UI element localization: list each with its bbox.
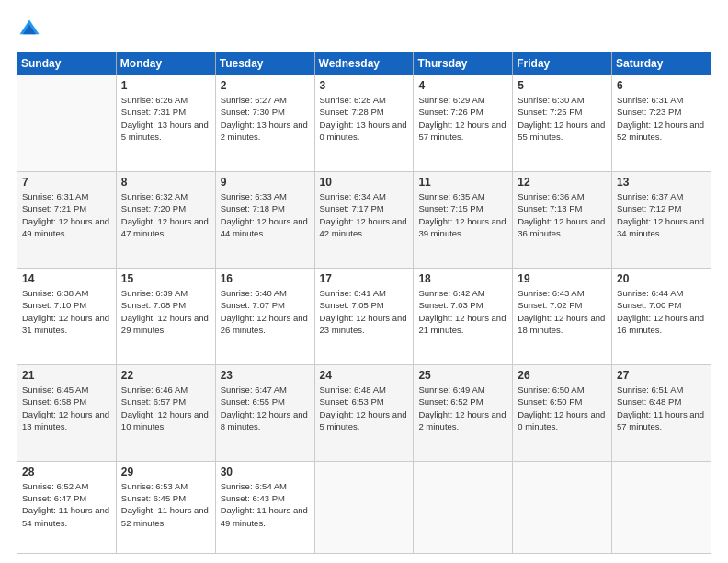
day-info: Sunrise: 6:42 AMSunset: 7:03 PMDaylight:… xyxy=(418,287,507,336)
calendar-cell: 11Sunrise: 6:35 AMSunset: 7:15 PMDayligh… xyxy=(414,171,513,268)
day-info: Sunrise: 6:52 AMSunset: 6:47 PMDaylight:… xyxy=(22,480,111,529)
weekday-header-friday: Friday xyxy=(513,52,612,75)
calendar-cell xyxy=(314,461,414,553)
day-info: Sunrise: 6:45 AMSunset: 6:58 PMDaylight:… xyxy=(22,384,111,432)
calendar-cell: 1Sunrise: 6:26 AMSunset: 7:31 PMDaylight… xyxy=(116,75,215,172)
logo xyxy=(17,17,46,42)
day-info: Sunrise: 6:49 AMSunset: 6:52 PMDaylight:… xyxy=(418,384,507,432)
day-number: 6 xyxy=(617,79,706,92)
day-info: Sunrise: 6:28 AMSunset: 7:28 PMDaylight:… xyxy=(320,94,409,143)
calendar-week-row: 14Sunrise: 6:38 AMSunset: 7:10 PMDayligh… xyxy=(17,268,711,364)
day-number: 10 xyxy=(320,176,409,189)
page: SundayMondayTuesdayWednesdayThursdayFrid… xyxy=(0,0,728,563)
calendar-cell: 25Sunrise: 6:49 AMSunset: 6:52 PMDayligh… xyxy=(414,364,513,461)
weekday-header-monday: Monday xyxy=(116,52,215,75)
calendar-cell: 15Sunrise: 6:39 AMSunset: 7:08 PMDayligh… xyxy=(116,268,215,364)
weekday-header-row: SundayMondayTuesdayWednesdayThursdayFrid… xyxy=(17,52,711,75)
day-info: Sunrise: 6:39 AMSunset: 7:08 PMDaylight:… xyxy=(121,287,210,336)
day-number: 29 xyxy=(121,465,210,478)
calendar-week-row: 28Sunrise: 6:52 AMSunset: 6:47 PMDayligh… xyxy=(17,461,711,553)
weekday-header-tuesday: Tuesday xyxy=(215,52,314,75)
day-number: 2 xyxy=(221,79,310,92)
day-number: 28 xyxy=(22,465,111,478)
day-number: 9 xyxy=(221,176,310,189)
calendar-cell xyxy=(513,461,612,553)
calendar-cell: 8Sunrise: 6:32 AMSunset: 7:20 PMDaylight… xyxy=(116,171,215,268)
calendar-table: SundayMondayTuesdayWednesdayThursdayFrid… xyxy=(17,52,711,554)
day-number: 4 xyxy=(418,79,507,92)
day-number: 23 xyxy=(221,369,310,382)
day-info: Sunrise: 6:27 AMSunset: 7:30 PMDaylight:… xyxy=(221,94,310,143)
day-info: Sunrise: 6:47 AMSunset: 6:55 PMDaylight:… xyxy=(221,384,310,432)
calendar-cell: 28Sunrise: 6:52 AMSunset: 6:47 PMDayligh… xyxy=(17,461,117,553)
calendar-cell: 27Sunrise: 6:51 AMSunset: 6:48 PMDayligh… xyxy=(612,364,711,461)
day-info: Sunrise: 6:50 AMSunset: 6:50 PMDaylight:… xyxy=(518,384,607,432)
calendar-cell xyxy=(612,461,711,553)
day-info: Sunrise: 6:44 AMSunset: 7:00 PMDaylight:… xyxy=(617,287,706,336)
calendar-cell xyxy=(414,461,513,553)
day-number: 3 xyxy=(320,79,409,92)
calendar-cell: 29Sunrise: 6:53 AMSunset: 6:45 PMDayligh… xyxy=(116,461,215,553)
day-info: Sunrise: 6:46 AMSunset: 6:57 PMDaylight:… xyxy=(121,384,210,432)
calendar-week-row: 1Sunrise: 6:26 AMSunset: 7:31 PMDaylight… xyxy=(17,75,711,172)
day-number: 11 xyxy=(418,176,507,189)
calendar-cell: 30Sunrise: 6:54 AMSunset: 6:43 PMDayligh… xyxy=(215,461,314,553)
day-info: Sunrise: 6:54 AMSunset: 6:43 PMDaylight:… xyxy=(221,480,310,529)
day-number: 12 xyxy=(518,176,607,189)
calendar-week-row: 21Sunrise: 6:45 AMSunset: 6:58 PMDayligh… xyxy=(17,364,711,461)
day-number: 27 xyxy=(617,369,706,382)
calendar-cell: 10Sunrise: 6:34 AMSunset: 7:17 PMDayligh… xyxy=(314,171,414,268)
day-info: Sunrise: 6:34 AMSunset: 7:17 PMDaylight:… xyxy=(320,190,409,239)
weekday-header-saturday: Saturday xyxy=(612,52,711,75)
calendar-cell: 4Sunrise: 6:29 AMSunset: 7:26 PMDaylight… xyxy=(414,75,513,172)
day-info: Sunrise: 6:31 AMSunset: 7:21 PMDaylight:… xyxy=(22,190,111,239)
day-number: 22 xyxy=(121,369,210,382)
calendar-cell: 9Sunrise: 6:33 AMSunset: 7:18 PMDaylight… xyxy=(215,171,314,268)
day-info: Sunrise: 6:53 AMSunset: 6:45 PMDaylight:… xyxy=(121,480,210,529)
calendar-cell: 5Sunrise: 6:30 AMSunset: 7:25 PMDaylight… xyxy=(513,75,612,172)
weekday-header-wednesday: Wednesday xyxy=(314,52,414,75)
calendar-cell: 7Sunrise: 6:31 AMSunset: 7:21 PMDaylight… xyxy=(17,171,117,268)
calendar-cell: 2Sunrise: 6:27 AMSunset: 7:30 PMDaylight… xyxy=(215,75,314,172)
logo-icon xyxy=(17,17,42,42)
calendar-week-row: 7Sunrise: 6:31 AMSunset: 7:21 PMDaylight… xyxy=(17,171,711,268)
day-info: Sunrise: 6:26 AMSunset: 7:31 PMDaylight:… xyxy=(121,94,210,143)
calendar-cell: 16Sunrise: 6:40 AMSunset: 7:07 PMDayligh… xyxy=(215,268,314,364)
calendar-cell: 17Sunrise: 6:41 AMSunset: 7:05 PMDayligh… xyxy=(314,268,414,364)
day-number: 14 xyxy=(22,272,111,285)
weekday-header-sunday: Sunday xyxy=(17,52,117,75)
day-info: Sunrise: 6:40 AMSunset: 7:07 PMDaylight:… xyxy=(221,287,310,336)
day-number: 13 xyxy=(617,176,706,189)
day-info: Sunrise: 6:43 AMSunset: 7:02 PMDaylight:… xyxy=(518,287,607,336)
day-info: Sunrise: 6:35 AMSunset: 7:15 PMDaylight:… xyxy=(418,190,507,239)
calendar-cell xyxy=(17,75,117,172)
day-info: Sunrise: 6:36 AMSunset: 7:13 PMDaylight:… xyxy=(518,190,607,239)
day-number: 18 xyxy=(418,272,507,285)
calendar-cell: 13Sunrise: 6:37 AMSunset: 7:12 PMDayligh… xyxy=(612,171,711,268)
day-number: 7 xyxy=(22,176,111,189)
calendar-cell: 24Sunrise: 6:48 AMSunset: 6:53 PMDayligh… xyxy=(314,364,414,461)
day-info: Sunrise: 6:31 AMSunset: 7:23 PMDaylight:… xyxy=(617,94,706,143)
day-number: 1 xyxy=(121,79,210,92)
calendar-cell: 26Sunrise: 6:50 AMSunset: 6:50 PMDayligh… xyxy=(513,364,612,461)
calendar-cell: 3Sunrise: 6:28 AMSunset: 7:28 PMDaylight… xyxy=(314,75,414,172)
day-info: Sunrise: 6:33 AMSunset: 7:18 PMDaylight:… xyxy=(221,190,310,239)
calendar-cell: 12Sunrise: 6:36 AMSunset: 7:13 PMDayligh… xyxy=(513,171,612,268)
day-number: 17 xyxy=(320,272,409,285)
calendar-cell: 19Sunrise: 6:43 AMSunset: 7:02 PMDayligh… xyxy=(513,268,612,364)
calendar-cell: 20Sunrise: 6:44 AMSunset: 7:00 PMDayligh… xyxy=(612,268,711,364)
day-info: Sunrise: 6:48 AMSunset: 6:53 PMDaylight:… xyxy=(320,384,409,432)
day-number: 15 xyxy=(121,272,210,285)
header xyxy=(17,17,711,42)
day-info: Sunrise: 6:37 AMSunset: 7:12 PMDaylight:… xyxy=(617,190,706,239)
calendar-cell: 6Sunrise: 6:31 AMSunset: 7:23 PMDaylight… xyxy=(612,75,711,172)
day-number: 16 xyxy=(221,272,310,285)
calendar-cell: 22Sunrise: 6:46 AMSunset: 6:57 PMDayligh… xyxy=(116,364,215,461)
day-info: Sunrise: 6:30 AMSunset: 7:25 PMDaylight:… xyxy=(518,94,607,143)
day-info: Sunrise: 6:38 AMSunset: 7:10 PMDaylight:… xyxy=(22,287,111,336)
day-info: Sunrise: 6:41 AMSunset: 7:05 PMDaylight:… xyxy=(320,287,409,336)
day-number: 24 xyxy=(320,369,409,382)
calendar-cell: 21Sunrise: 6:45 AMSunset: 6:58 PMDayligh… xyxy=(17,364,117,461)
calendar-cell: 18Sunrise: 6:42 AMSunset: 7:03 PMDayligh… xyxy=(414,268,513,364)
day-info: Sunrise: 6:29 AMSunset: 7:26 PMDaylight:… xyxy=(418,94,507,143)
